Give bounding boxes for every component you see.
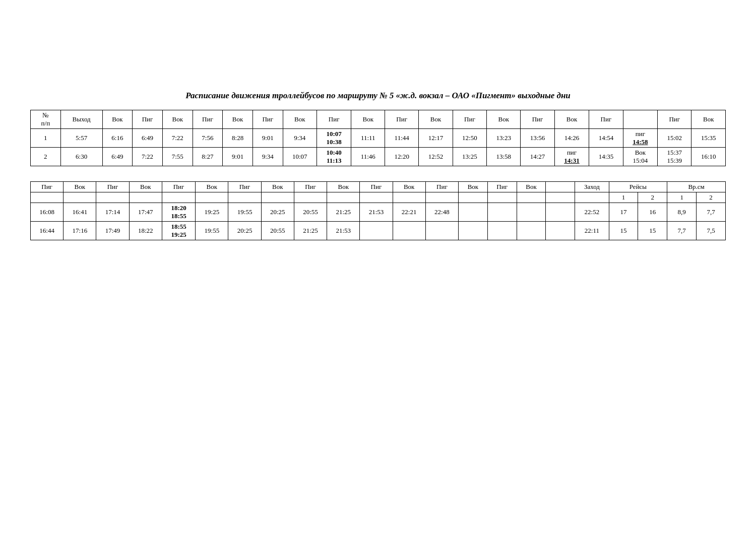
- sub-vrsm-1: 1: [667, 192, 697, 203]
- r2-1-c12: 22:21: [393, 203, 425, 222]
- r2-1-c2: 16:41: [64, 203, 96, 222]
- h2-vok6: Вок: [393, 182, 425, 192]
- r2-1-c4: 17:47: [129, 203, 162, 222]
- row1-c19: 15:35: [691, 129, 726, 148]
- row2-c16: 14:35: [589, 148, 623, 166]
- r2-2-c7: 20:25: [228, 222, 261, 240]
- r2-1-c11: 21:53: [360, 203, 393, 222]
- r2-1-reisy2: 16: [638, 203, 667, 222]
- r2-2-c14: [459, 222, 488, 240]
- header-pig1: Пиг: [133, 110, 163, 129]
- header-vok3: Вок: [223, 110, 253, 129]
- r2-2-zaход: 22:11: [575, 222, 609, 240]
- r2-1-vrsm2: 7,7: [697, 203, 726, 222]
- sub-empty3: [96, 192, 129, 203]
- sub-empty2: [64, 192, 96, 203]
- header-vok4: Вок: [283, 110, 317, 129]
- row2-c17: Вок15:04: [623, 148, 658, 166]
- sub-empty10: [327, 192, 360, 203]
- r2-1-reisy1: 17: [609, 203, 638, 222]
- h2-pig8: Пиг: [487, 182, 517, 192]
- header-vok7: Вок: [487, 110, 521, 129]
- page-title: Расписание движения троллейбусов по марш…: [30, 91, 726, 101]
- row1-c9: 11:11: [351, 129, 385, 148]
- header-pig3: Пиг: [253, 110, 283, 129]
- header-pig6: Пиг: [453, 110, 486, 129]
- r2-2-c4: 18:22: [129, 222, 162, 240]
- row2-c14: 14:27: [521, 148, 554, 166]
- h2-pig3: Пиг: [162, 182, 195, 192]
- r2-2-c10: 21:53: [327, 222, 360, 240]
- sub-empty14: [459, 192, 488, 203]
- row2-c1: 6:49: [102, 148, 133, 166]
- sub-empty12: [393, 192, 425, 203]
- r2-1-vrsm1: 8,9: [667, 203, 697, 222]
- second-schedule-table: Пиг Вок Пиг Вок Пиг Вок Пиг Вок Пиг Вок …: [30, 181, 726, 240]
- h2-vok7: Вок: [459, 182, 488, 192]
- r2-1-c1: 16:08: [31, 203, 64, 222]
- header-pig7: Пиг: [521, 110, 554, 129]
- r2-1-c14: [459, 203, 488, 222]
- sub-empty7: [228, 192, 261, 203]
- header-pig8: Пиг: [589, 110, 623, 129]
- h2-vok4: Вок: [261, 182, 294, 192]
- r2-1-c13: 22:48: [425, 203, 458, 222]
- h2-vrsm: Вр.см: [667, 182, 726, 192]
- header-pig4: Пиг: [317, 110, 351, 129]
- h2-reisy: Рейсы: [609, 182, 667, 192]
- r2-2-vrsm2: 7,5: [697, 222, 726, 240]
- row1-c1: 6:16: [102, 129, 133, 148]
- r2-2-c16: [517, 222, 546, 240]
- row2-c7: 10:07: [283, 148, 317, 166]
- r2-2-c8: 20:55: [261, 222, 294, 240]
- sub-empty6: [196, 192, 228, 203]
- row1-c10: 11:44: [385, 129, 419, 148]
- row2-c2: 7:22: [133, 148, 163, 166]
- sub-empty4: [129, 192, 162, 203]
- row1-c4: 7:56: [193, 129, 223, 148]
- r2-2-c5: 18:5519:25: [162, 222, 195, 240]
- r2-2-c6: 19:55: [196, 222, 228, 240]
- row2-c12: 13:25: [453, 148, 486, 166]
- row1-c6: 9:01: [253, 129, 283, 148]
- row1-c18: 15:02: [658, 129, 691, 148]
- h2-pig7: Пиг: [425, 182, 458, 192]
- r2-2-c13: [425, 222, 458, 240]
- header-vok6: Вок: [419, 110, 453, 129]
- r2-2-c2: 17:16: [64, 222, 96, 240]
- r2-2-c11: [360, 222, 393, 240]
- row1-c16: 14:54: [589, 129, 623, 148]
- header-pig2: Пиг: [193, 110, 223, 129]
- r2-1-c9: 20:55: [294, 203, 327, 222]
- row1-c11: 12:17: [419, 129, 453, 148]
- sub-empty18: [575, 192, 609, 203]
- row2-exit: 6:30: [60, 148, 102, 166]
- row1-c17: пиг14:58: [623, 129, 658, 148]
- r2-1-c10: 21:25: [327, 203, 360, 222]
- row2-c13: 13:58: [487, 148, 521, 166]
- r2-1-c6: 19:25: [196, 203, 228, 222]
- row2-c18: 15:3715:39: [658, 148, 691, 166]
- r2-1-c15: [487, 203, 517, 222]
- h2-pig1: Пиг: [31, 182, 64, 192]
- sub-empty17: [546, 192, 575, 203]
- row1-c7: 9:34: [283, 129, 317, 148]
- h2-pig2: Пиг: [96, 182, 129, 192]
- sub-empty13: [425, 192, 458, 203]
- sub-empty5: [162, 192, 195, 203]
- r2-2-c9: 21:25: [294, 222, 327, 240]
- h2-pig4: Пиг: [228, 182, 261, 192]
- h2-vok3: Вок: [196, 182, 228, 192]
- sub-vrsm-2: 2: [697, 192, 726, 203]
- main-schedule-table: №п/п Выход Вок Пиг Вок Пиг Вок Пиг Вок П…: [30, 110, 726, 166]
- r2-2-c15: [487, 222, 517, 240]
- header-vok2: Вок: [162, 110, 193, 129]
- header-empty: [623, 110, 658, 129]
- header-num: №п/п: [31, 110, 61, 129]
- row2-c10: 12:20: [385, 148, 419, 166]
- sub-reisy-2: 2: [638, 192, 667, 203]
- header-vok5: Вок: [351, 110, 385, 129]
- h2-pig6: Пиг: [360, 182, 393, 192]
- h2-vok8: Вок: [517, 182, 546, 192]
- h2-vok5: Вок: [327, 182, 360, 192]
